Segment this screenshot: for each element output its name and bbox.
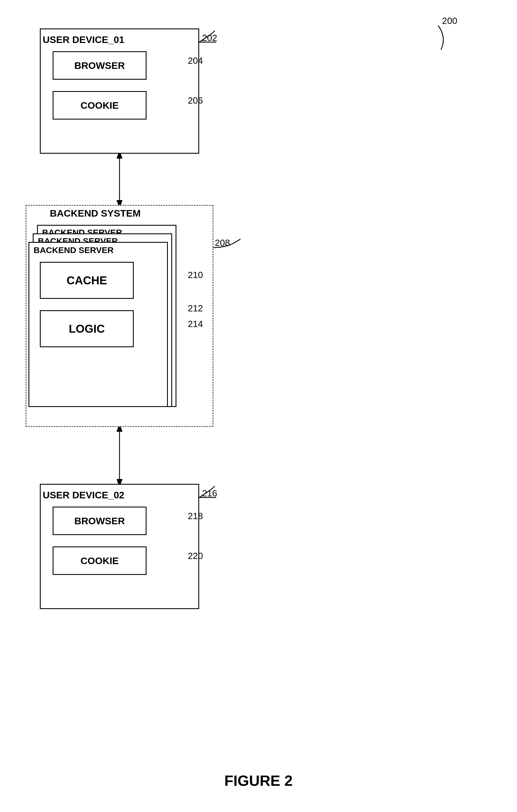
user-device-02-label: USER DEVICE_02 [43, 490, 124, 501]
cache-label: CACHE [67, 274, 107, 287]
ref-200: 200 [442, 16, 457, 26]
ref-220: 220 [188, 551, 203, 561]
backend-system-label: BACKEND SYSTEM [50, 208, 141, 219]
ref-208: 208 [215, 238, 230, 248]
logic-label: LOGIC [69, 322, 105, 335]
browser-02-box: BROWSER [53, 506, 147, 535]
browser-01-box: BROWSER [53, 51, 147, 80]
figure-label: FIGURE 2 [224, 772, 293, 789]
backend-server-3-label: BACKEND SERVER [34, 245, 114, 255]
user-device-01-label: USER DEVICE_01 [43, 34, 124, 45]
ref-218: 218 [188, 511, 203, 521]
browser-02-label: BROWSER [74, 516, 125, 526]
browser-01-label: BROWSER [74, 60, 125, 71]
cookie-02-box: COOKIE [53, 547, 147, 575]
cookie-02-label: COOKIE [81, 555, 119, 567]
ref-212: 212 [188, 303, 203, 314]
ref-202: 202 [202, 33, 217, 43]
cookie-01-label: COOKIE [81, 100, 119, 111]
ref-204: 204 [188, 56, 203, 66]
diagram-container: 200 USER DEVICE_01 202 BROWSER 204 COOKI… [0, 0, 517, 812]
logic-box: LOGIC [40, 310, 134, 347]
ref-216: 216 [202, 488, 217, 499]
ref-206: 206 [188, 95, 203, 106]
cookie-01-box: COOKIE [53, 91, 147, 119]
ref-214: 214 [188, 319, 203, 329]
ref-210: 210 [188, 270, 203, 280]
cache-box: CACHE [40, 262, 134, 299]
